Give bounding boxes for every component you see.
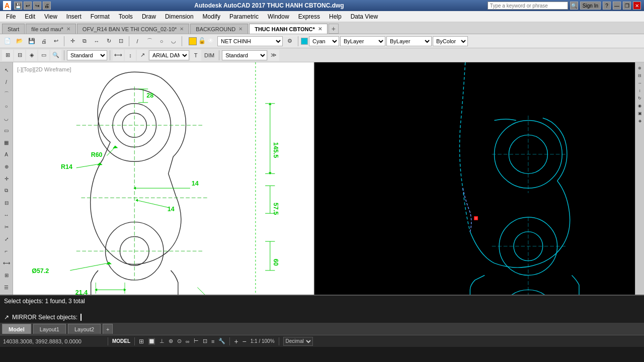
tab-close-ofv[interactable]: ✕ (180, 26, 184, 32)
lt-layers[interactable]: ⊞ (1, 269, 12, 281)
rt-2[interactable]: ⊟ (636, 72, 643, 79)
menu-edit[interactable]: Edit (21, 12, 39, 21)
rt-1[interactable]: ⊕ (636, 64, 643, 71)
rt-3[interactable]: ↔ (636, 79, 643, 86)
menu-format[interactable]: Format (87, 12, 114, 21)
lt-line[interactable]: / (1, 76, 12, 87)
layout-tab-model[interactable]: Model (2, 324, 31, 334)
restore-btn[interactable]: ❐ (623, 2, 631, 10)
tab-start[interactable]: Start (2, 24, 25, 34)
otrack-icon[interactable]: ∞ (186, 338, 190, 344)
viewport-right[interactable] (315, 62, 635, 295)
lt-extend[interactable]: ⤢ (1, 233, 12, 244)
menu-file[interactable]: File (2, 12, 20, 21)
tab-close-thuc-hanh[interactable]: ✕ (318, 26, 322, 32)
minimize-btn[interactable]: — (613, 2, 621, 10)
tab-cad-mau[interactable]: file cad mau* ✕ (26, 24, 76, 34)
tb-undo[interactable]: ↩ (50, 36, 61, 47)
ortho-icon[interactable]: ⊥ (159, 338, 165, 344)
tab-background[interactable]: BACKGROUND ✕ (190, 24, 248, 34)
menu-dimension[interactable]: Dimension (161, 12, 198, 21)
menu-express[interactable]: Express (294, 12, 324, 21)
tb-open[interactable]: 📂 (14, 36, 25, 47)
tab-close-cad-mau[interactable]: ✕ (66, 26, 70, 32)
tp-icon[interactable]: 🔧 (218, 338, 225, 344)
tb-copy[interactable]: ⧉ (79, 36, 90, 47)
lt-trim[interactable]: ✂ (1, 221, 12, 232)
menu-tools[interactable]: Tools (115, 12, 137, 21)
units-select[interactable]: Decimal (283, 337, 313, 346)
lt-arc[interactable]: ◡ (1, 113, 12, 124)
signin-btn[interactable]: Sign In (580, 2, 601, 10)
lt-hatch[interactable]: ▦ (1, 137, 12, 148)
tb2-2[interactable]: ⊟ (14, 50, 25, 61)
lt-insert[interactable]: ⊕ (1, 161, 12, 172)
lt-rect[interactable]: ▭ (1, 125, 12, 136)
plotstyle-select[interactable]: ByColor (433, 36, 468, 46)
lt-props[interactable]: ☰ (1, 282, 12, 293)
tb-move[interactable]: ✛ (67, 36, 78, 47)
search-btn[interactable]: 🔍 (570, 2, 578, 10)
viewport-left[interactable]: [-][Top][2D Wireframe] (13, 62, 315, 295)
tb2-more[interactable]: ≫ (268, 50, 279, 61)
menu-view[interactable]: View (40, 12, 61, 21)
quick-access-btn[interactable]: 💾 (14, 2, 22, 10)
search-input[interactable] (488, 2, 568, 10)
dimstyle-select[interactable]: Standard (67, 50, 107, 60)
plus-icon[interactable]: + (234, 337, 238, 345)
tb-new[interactable]: 📄 (2, 36, 13, 47)
tab-ofv[interactable]: OFV_R14 BAN VE THI CONG_02-10* ✕ (77, 24, 189, 34)
font-select[interactable]: ARIAL DAM (149, 50, 189, 60)
tb-save[interactable]: 💾 (26, 36, 37, 47)
tb2-dim3[interactable]: ↗ (137, 50, 148, 61)
layout-tab-layout2[interactable]: Layout2 (68, 324, 101, 334)
tb-rotate[interactable]: ↻ (103, 36, 114, 47)
color-select[interactable]: Cyan (309, 36, 339, 46)
polar-icon[interactable]: ⊛ (169, 338, 173, 344)
lt-select[interactable]: ↖ (1, 64, 12, 75)
layer-select[interactable]: NET CHINH (217, 36, 283, 46)
lt-mirror[interactable]: ⊟ (1, 197, 12, 208)
textstyle-select[interactable]: Standard (222, 50, 267, 60)
tb-circle[interactable]: ○ (156, 36, 167, 47)
lt-dim[interactable]: ⟷ (1, 257, 12, 268)
tb-stretch[interactable]: ↔ (91, 36, 102, 47)
linetype-select[interactable]: ByLayer (340, 36, 385, 46)
menu-dataview[interactable]: Data View (347, 12, 382, 21)
minus-icon[interactable]: − (243, 337, 247, 345)
tb2-viewport[interactable]: ▭ (38, 50, 49, 61)
help-btn[interactable]: ? (603, 2, 611, 10)
tb2-1[interactable]: ⊞ (2, 50, 13, 61)
lineweight-icon[interactable]: ≡ (211, 338, 214, 344)
tab-thuc-hanh[interactable]: THUC HANH CBTONC* ✕ (249, 24, 328, 34)
layout-tab-layout1[interactable]: Layout1 (33, 324, 66, 334)
dyn-icon[interactable]: ⊡ (203, 338, 207, 344)
tb2-dim2[interactable]: ↕ (125, 50, 136, 61)
lineweight-select[interactable]: ByLayer (386, 36, 432, 46)
tb-polyline[interactable]: ⌒ (144, 36, 155, 47)
tb-line[interactable]: / (132, 36, 143, 47)
lt-offset[interactable]: ↔ (1, 209, 12, 220)
model-indicator[interactable]: MODEL (112, 338, 130, 344)
tb2-text[interactable]: T (190, 50, 201, 61)
close-btn[interactable]: ✕ (633, 2, 641, 10)
rt-7[interactable]: ▣ (636, 110, 643, 117)
undo-btn[interactable]: ↩ (24, 2, 32, 10)
grid-icon[interactable]: ⊞ (139, 338, 144, 345)
rt-8[interactable]: ◈ (636, 117, 643, 124)
ducs-icon[interactable]: ⊢ (194, 338, 199, 344)
tb2-zoom[interactable]: 🔍 (50, 50, 61, 61)
lt-polyline[interactable]: ⌒ (1, 88, 12, 100)
menu-parametric[interactable]: Parametric (225, 12, 263, 21)
tb-arc[interactable]: ◡ (168, 36, 179, 47)
lt-move[interactable]: ✛ (1, 173, 12, 184)
rt-6[interactable]: ◉ (636, 102, 643, 109)
menu-draw[interactable]: Draw (138, 12, 160, 21)
rt-4[interactable]: ↕ (636, 87, 643, 94)
lt-text[interactable]: A (1, 149, 12, 160)
print-btn[interactable]: 🖨 (43, 2, 51, 10)
tb2-3[interactable]: ◈ (26, 50, 37, 61)
tb-print[interactable]: 🖨 (38, 36, 49, 47)
osnap-icon[interactable]: ⊙ (177, 338, 182, 344)
redo-btn[interactable]: ↪ (33, 2, 41, 10)
